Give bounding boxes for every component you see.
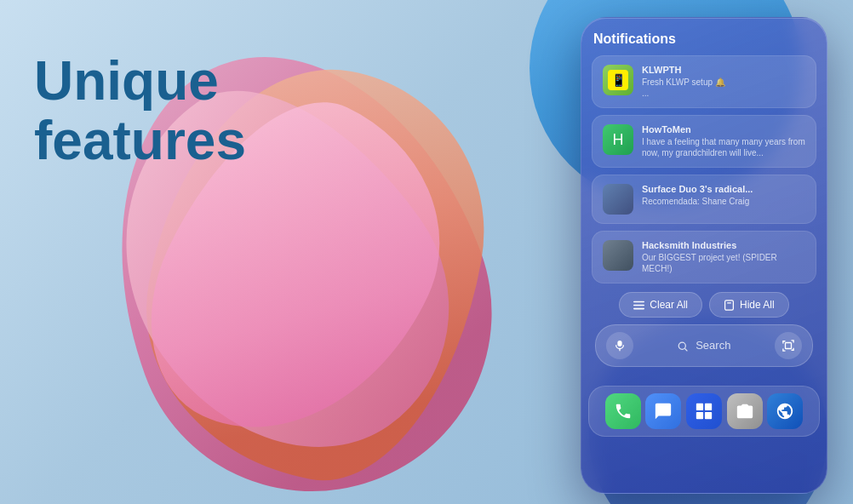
edge-icon: [776, 402, 794, 421]
notif-app-hacksmith: Hacksmith Industries: [642, 240, 805, 250]
dock-windows-button[interactable]: [686, 393, 722, 429]
svg-line-8: [684, 348, 687, 351]
notif-content-surface: Surface Duo 3's radical... Recomendada: …: [642, 184, 805, 207]
dock-camera-button[interactable]: [727, 393, 763, 429]
notif-text-klwp: Fresh KLWP setup 🔔...: [642, 77, 805, 99]
svg-rect-10: [696, 404, 703, 410]
title-line2: features: [34, 111, 246, 170]
notif-app-klwp: KLWPTH: [642, 65, 805, 75]
svg-rect-9: [786, 343, 792, 349]
svg-rect-3: [725, 300, 734, 309]
notifications-panel: Notifications 📱 KLWPTH Fresh KLWP setup …: [581, 18, 827, 386]
notif-text-hacksmith: Our BIGGEST project yet! (SPIDER MECH!): [642, 252, 805, 274]
dock-phone-button[interactable]: [605, 393, 641, 429]
svg-point-7: [678, 342, 685, 349]
notif-icon-hacksmith: [603, 240, 633, 271]
windows-icon: [695, 402, 713, 421]
notifications-title: Notifications: [592, 32, 816, 47]
hide-all-label: Hide All: [740, 299, 775, 311]
notif-icon-surface: [603, 184, 633, 215]
notif-icon-howtomen: H: [603, 124, 633, 155]
search-text: Search: [640, 339, 768, 352]
mic-button[interactable]: [606, 332, 633, 359]
notification-klwp[interactable]: 📱 KLWPTH Fresh KLWP setup 🔔...: [592, 55, 816, 108]
svg-rect-13: [705, 412, 712, 419]
search-icon: [678, 341, 689, 352]
phone-icon: [614, 402, 633, 421]
svg-rect-2: [633, 307, 644, 309]
clear-all-button[interactable]: Clear All: [619, 292, 702, 318]
camera-icon: [736, 402, 754, 421]
notification-howtomen[interactable]: H HowToMen I have a feeling that many ma…: [592, 115, 816, 168]
notif-app-howtomen: HowToMen: [642, 124, 805, 135]
notif-text-surface: Recomendada: Shane Craig: [642, 196, 805, 207]
notif-icon-klwp: 📱: [603, 65, 633, 95]
phone-mockup: Notifications 📱 KLWPTH Fresh KLWP setup …: [581, 17, 827, 494]
svg-rect-5: [617, 341, 621, 346]
scan-icon: [782, 340, 794, 352]
svg-rect-1: [633, 304, 644, 306]
notif-content-klwp: KLWPTH Fresh KLWP setup 🔔...: [642, 65, 805, 99]
action-buttons-row: Clear All Hide All: [592, 292, 816, 318]
notif-content-hacksmith: Hacksmith Industries Our BIGGEST project…: [642, 240, 805, 274]
dock-chat-button[interactable]: [645, 393, 681, 429]
chat-icon: [654, 402, 673, 421]
clear-all-label: Clear All: [650, 299, 688, 311]
notif-text-howtomen: I have a feeling that many many years fr…: [642, 136, 805, 158]
list-icon: [633, 300, 644, 311]
hide-icon: [724, 300, 735, 311]
svg-rect-12: [696, 412, 703, 419]
mic-icon: [614, 340, 626, 352]
dock-edge-button[interactable]: [767, 393, 803, 429]
klwp-icon-shape: 📱: [608, 70, 628, 90]
notification-hacksmith[interactable]: Hacksmith Industries Our BIGGEST project…: [592, 231, 816, 284]
svg-rect-0: [633, 301, 644, 302]
svg-rect-4: [727, 302, 731, 303]
svg-rect-11: [705, 404, 712, 410]
page-title: Unique features: [34, 51, 246, 171]
bottom-dock: [588, 386, 820, 437]
notif-app-surface: Surface Duo 3's radical...: [642, 184, 805, 194]
scan-button[interactable]: [775, 332, 802, 359]
hide-all-button[interactable]: Hide All: [709, 292, 789, 318]
notification-surface[interactable]: Surface Duo 3's radical... Recomendada: …: [592, 175, 816, 224]
notif-content-howtomen: HowToMen I have a feeling that many many…: [642, 124, 805, 158]
search-bar[interactable]: Search: [595, 324, 813, 367]
search-placeholder: Search: [696, 339, 730, 352]
title-line1: Unique: [34, 51, 246, 111]
